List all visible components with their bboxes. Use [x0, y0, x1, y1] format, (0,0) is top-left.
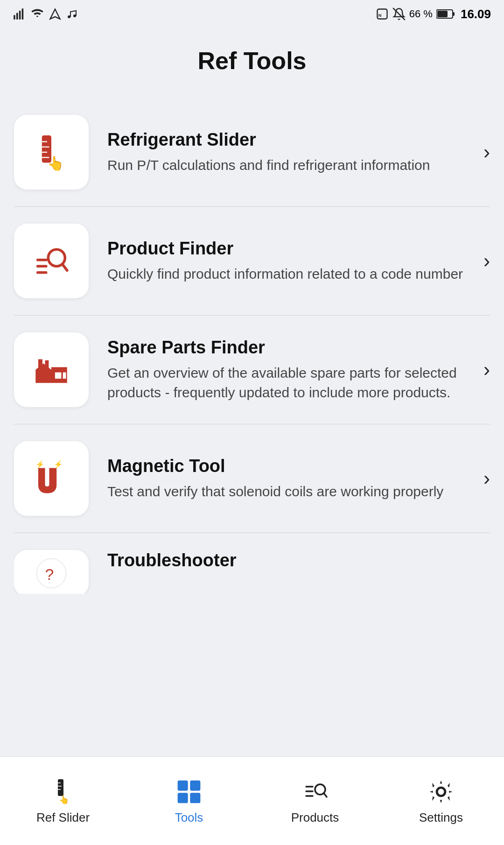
svg-rect-1 [16, 13, 18, 20]
svg-point-5 [68, 15, 70, 18]
menu-item-refrigerant-slider[interactable]: 👆 Refrigerant Slider Run P/T calculation… [14, 98, 490, 207]
nav-item-products[interactable]: Products [252, 757, 378, 845]
page-title: Ref Tools [0, 47, 504, 75]
nav-label-settings: Settings [419, 810, 463, 825]
magnetic-tool-desc: Test and verify that solenoid coils are … [107, 482, 474, 501]
svg-line-9 [393, 8, 405, 20]
svg-rect-0 [14, 15, 15, 19]
nfc-icon: N [376, 7, 389, 21]
mute-icon [392, 7, 406, 21]
spare-parts-icon-wrap [14, 332, 89, 407]
menu-item-magnetic-tool[interactable]: ⚡ ⚡ Magnetic Tool Test and verify that s… [14, 424, 490, 533]
clock: 16.09 [461, 7, 491, 21]
product-finder-desc: Quickly find product information related… [107, 264, 474, 284]
svg-rect-34 [58, 779, 63, 796]
music-icon [66, 7, 77, 21]
svg-text:?: ? [45, 565, 54, 583]
battery-icon [436, 9, 455, 19]
menu-item-troubleshooter-partial[interactable]: ? Troubleshooter [14, 533, 490, 594]
status-left-icons [13, 7, 77, 21]
troubleshooter-icon-wrap: ? [14, 550, 89, 594]
svg-rect-39 [178, 781, 188, 791]
spare-parts-desc: Get an overview of the available spare p… [107, 363, 474, 402]
troubleshooter-icon: ? [30, 552, 72, 594]
svg-rect-40 [190, 781, 200, 791]
wifi-icon [31, 7, 44, 21]
svg-marker-24 [35, 364, 51, 383]
status-bar: N 66 % 16.09 [0, 0, 504, 28]
spare-parts-title: Spare Parts Finder [107, 337, 474, 359]
spare-parts-text: Spare Parts Finder Get an overview of th… [107, 337, 474, 402]
svg-point-49 [437, 788, 445, 796]
product-finder-chevron: › [483, 250, 490, 272]
svg-text:👆: 👆 [47, 155, 64, 172]
svg-rect-42 [190, 793, 200, 803]
search-list-icon [300, 777, 330, 807]
svg-rect-29 [63, 373, 66, 379]
refrigerant-slider-chevron: › [483, 141, 490, 163]
svg-rect-28 [55, 373, 62, 379]
navigation-icon [49, 7, 62, 21]
bottom-nav: 👆 Ref Slider Tools Product [0, 756, 504, 845]
svg-rect-3 [22, 8, 24, 19]
menu-item-product-finder[interactable]: Product Finder Quickly find product info… [14, 207, 490, 316]
magnetic-tool-icon: ⚡ ⚡ [30, 458, 72, 500]
status-right-icons: N 66 % 16.09 [376, 7, 491, 21]
svg-text:⚡: ⚡ [54, 460, 63, 469]
troubleshooter-title: Troubleshooter [107, 550, 490, 571]
svg-text:N: N [378, 13, 382, 18]
nav-item-ref-slider[interactable]: 👆 Ref Slider [0, 757, 126, 845]
svg-line-23 [63, 264, 67, 271]
magnetic-tool-icon-wrap: ⚡ ⚡ [14, 441, 89, 516]
nav-item-tools[interactable]: Tools [126, 757, 252, 845]
svg-rect-27 [45, 360, 49, 370]
refrigerant-slider-icon-wrap: 👆 [14, 115, 89, 190]
svg-text:👆: 👆 [59, 795, 70, 805]
grid-icon [174, 777, 204, 807]
svg-line-47 [324, 793, 327, 797]
svg-text:⚡: ⚡ [35, 460, 45, 469]
svg-rect-12 [437, 11, 448, 17]
battery-percent: 66 % [409, 8, 433, 20]
refrigerant-slider-icon: 👆 [30, 131, 72, 173]
nav-item-settings[interactable]: Settings [378, 757, 504, 845]
page-title-container: Ref Tools [0, 28, 504, 98]
refrigerant-slider-title: Refrigerant Slider [107, 129, 474, 151]
product-finder-icon [30, 240, 72, 282]
magnetic-tool-title: Magnetic Tool [107, 456, 474, 477]
product-finder-icon-wrap [14, 224, 89, 298]
troubleshooter-text: Troubleshooter [107, 550, 490, 576]
magnetic-tool-chevron: › [483, 467, 490, 490]
product-finder-title: Product Finder [107, 238, 474, 260]
signal-icon [13, 7, 26, 21]
magnetic-tool-text: Magnetic Tool Test and verify that solen… [107, 456, 474, 501]
svg-marker-4 [50, 9, 60, 19]
menu-item-spare-parts[interactable]: Spare Parts Finder Get an overview of th… [14, 316, 490, 424]
ruler-hand-icon: 👆 [48, 777, 78, 807]
menu-list: 👆 Refrigerant Slider Run P/T calculation… [0, 98, 504, 594]
spare-parts-icon [30, 349, 72, 391]
svg-rect-11 [453, 12, 455, 16]
nav-label-ref-slider: Ref Slider [36, 810, 90, 825]
svg-rect-26 [38, 359, 42, 370]
svg-rect-2 [19, 11, 21, 20]
nav-label-tools: Tools [175, 810, 203, 825]
refrigerant-slider-desc: Run P/T calculations and find refrigeran… [107, 155, 474, 175]
svg-point-6 [73, 14, 76, 17]
product-finder-text: Product Finder Quickly find product info… [107, 238, 474, 284]
refrigerant-slider-text: Refrigerant Slider Run P/T calculations … [107, 129, 474, 175]
gear-icon [426, 777, 456, 807]
spare-parts-chevron: › [483, 359, 490, 381]
svg-rect-41 [178, 793, 188, 803]
nav-label-products: Products [291, 810, 339, 825]
